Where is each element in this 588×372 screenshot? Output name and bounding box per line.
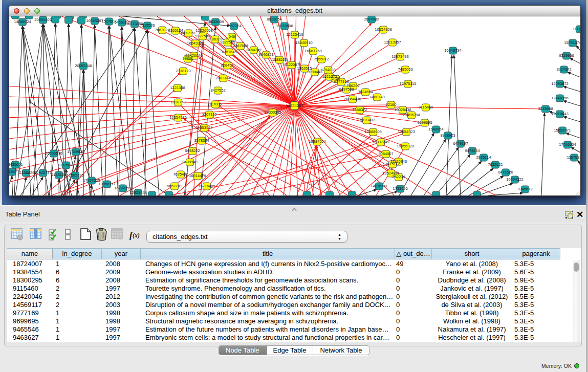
svg-text:10025438: 10025438 [394, 107, 411, 112]
svg-text:12923448: 12923448 [129, 190, 146, 195]
svg-text:8990443: 8990443 [307, 70, 322, 74]
svg-text:16914479: 16914479 [189, 173, 206, 178]
svg-text:11156829: 11156829 [18, 170, 34, 175]
svg-text:2935114: 2935114 [476, 155, 491, 160]
svg-text:9227342: 9227342 [556, 67, 571, 72]
svg-text:15751074: 15751074 [564, 40, 580, 45]
svg-text:15716485: 15716485 [198, 184, 215, 188]
svg-text:7625402: 7625402 [173, 172, 188, 177]
svg-text:7632621: 7632621 [488, 162, 503, 167]
svg-text:546: 546 [229, 34, 235, 39]
svg-text:8454749: 8454749 [246, 48, 261, 52]
svg-text:6497508: 6497508 [339, 87, 354, 92]
svg-text:10688609: 10688609 [364, 129, 381, 134]
svg-text:10973493: 10973493 [391, 54, 408, 59]
svg-text:3824554: 3824554 [358, 90, 373, 94]
svg-text:9084067: 9084067 [378, 151, 393, 156]
svg-text:2803144: 2803144 [215, 76, 230, 80]
svg-text:13654923: 13654923 [398, 129, 415, 134]
svg-text:7955812: 7955812 [314, 57, 329, 61]
svg-text:15720407: 15720407 [358, 118, 375, 122]
svg-text:8471626: 8471626 [498, 170, 513, 174]
svg-text:20053346: 20053346 [75, 63, 92, 68]
svg-text:2367608: 2367608 [233, 43, 248, 48]
svg-text:17957225: 17957225 [83, 178, 100, 183]
svg-text:16543382: 16543382 [187, 41, 204, 46]
svg-text:10654122: 10654122 [506, 177, 523, 182]
svg-text:2718170: 2718170 [176, 69, 190, 73]
svg-text:117006: 117006 [209, 102, 222, 106]
svg-text:8912951: 8912951 [181, 31, 195, 35]
svg-text:10553287: 10553287 [86, 18, 103, 23]
svg-text:7663822: 7663822 [155, 28, 169, 32]
svg-text:19384554: 19384554 [309, 139, 325, 144]
svg-text:9699695: 9699695 [417, 120, 432, 125]
svg-text:12125419: 12125419 [286, 32, 303, 37]
svg-text:10958117: 10958117 [99, 182, 116, 186]
svg-text:1615112: 1615112 [385, 162, 400, 166]
svg-text:9146821: 9146821 [258, 52, 273, 57]
svg-text:18807249: 18807249 [372, 140, 389, 144]
svg-text:9245612: 9245612 [517, 187, 532, 191]
svg-text:1733426: 1733426 [393, 186, 407, 191]
svg-text:8813054: 8813054 [267, 17, 281, 21]
svg-text:9474444: 9474444 [465, 148, 480, 153]
svg-text:1167532: 1167532 [567, 155, 580, 160]
svg-text:18640910: 18640910 [295, 40, 312, 45]
svg-text:9115460: 9115460 [419, 105, 433, 110]
svg-text:6479197: 6479197 [453, 141, 468, 146]
svg-text:1221338: 1221338 [170, 85, 185, 90]
svg-text:7357224: 7357224 [226, 24, 241, 28]
svg-text:8938923: 8938923 [440, 133, 455, 138]
svg-text:12942737: 12942737 [34, 170, 51, 175]
svg-text:18300295: 18300295 [264, 110, 281, 115]
svg-text:10154808: 10154808 [375, 27, 391, 32]
svg-text:14055724: 14055724 [14, 19, 31, 24]
svg-text:1640954: 1640954 [428, 127, 443, 132]
svg-text:7485063: 7485063 [398, 67, 412, 72]
svg-text:16210643: 16210643 [551, 112, 568, 116]
svg-text:8435061: 8435061 [9, 162, 23, 167]
svg-text:16782759: 16782759 [114, 186, 131, 190]
svg-text:16961758: 16961758 [304, 49, 321, 53]
svg-text:62160: 62160 [386, 102, 397, 107]
svg-text:12444156: 12444156 [551, 96, 568, 100]
svg-text:17359928: 17359928 [67, 149, 84, 154]
svg-text:20364436: 20364436 [344, 97, 361, 101]
svg-text:1010753: 1010753 [170, 100, 185, 104]
svg-text:3267110: 3267110 [202, 112, 217, 117]
svg-text:8409948: 8409948 [182, 160, 197, 164]
svg-text:99861: 99861 [183, 56, 193, 61]
svg-text:23495794: 23495794 [403, 113, 420, 117]
svg-text:19218506: 19218506 [276, 24, 293, 28]
svg-text:26206576: 26206576 [45, 151, 62, 156]
svg-text:828454: 828454 [221, 63, 233, 68]
svg-text:1145134: 1145134 [52, 172, 67, 177]
svg-text:6794028: 6794028 [320, 68, 335, 72]
svg-text:14136141: 14136141 [371, 184, 387, 188]
svg-text:16648734: 16648734 [444, 48, 461, 53]
svg-text:7386372: 7386372 [352, 107, 367, 112]
svg-text:13226058: 13226058 [195, 28, 212, 33]
svg-text:12975115: 12975115 [400, 81, 417, 86]
svg-text:12505135: 12505135 [67, 173, 83, 178]
svg-text:17016504: 17016504 [559, 142, 576, 147]
svg-text:11353594: 11353594 [196, 125, 213, 130]
svg-text:3215958: 3215958 [538, 106, 553, 111]
svg-text:10975887: 10975887 [57, 163, 74, 167]
svg-text:(x): (x) [133, 232, 140, 239]
svg-text:16033809: 16033809 [207, 19, 224, 24]
svg-text:20691406: 20691406 [34, 17, 51, 22]
svg-text:1117312: 1117312 [573, 27, 580, 31]
svg-text:2087682: 2087682 [364, 17, 379, 21]
svg-text:18724007: 18724007 [286, 103, 303, 108]
svg-text:12213957: 12213957 [384, 40, 401, 45]
svg-text:19756928: 19756928 [397, 144, 413, 148]
svg-text:3578334: 3578334 [194, 138, 209, 143]
svg-text:5498222: 5498222 [185, 148, 200, 153]
svg-text:7515526: 7515526 [140, 23, 155, 28]
svg-text:252214: 252214 [392, 174, 405, 179]
svg-text:8757645: 8757645 [222, 50, 236, 54]
svg-text:9657791: 9657791 [167, 184, 182, 188]
svg-text:1080748: 1080748 [369, 95, 384, 99]
